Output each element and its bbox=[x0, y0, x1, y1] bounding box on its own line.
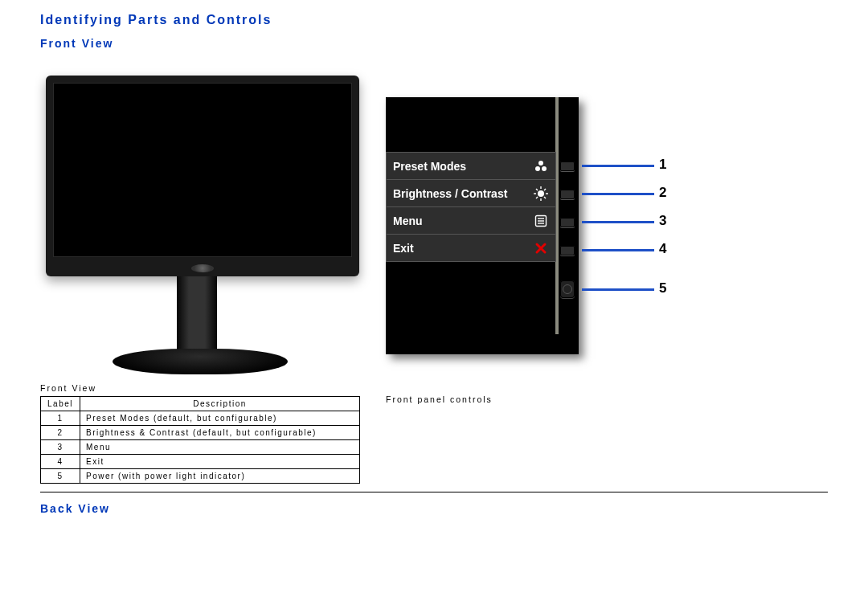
callout-number: 4 bbox=[659, 241, 666, 257]
svg-line-8 bbox=[536, 189, 538, 190]
svg-point-3 bbox=[538, 190, 544, 197]
figure-front-panel-controls: Preset Modes Brightness / Contrast Menu bbox=[386, 61, 690, 404]
preset-modes-icon bbox=[533, 158, 549, 174]
table-row: 1 Preset Modes (default, but configurabl… bbox=[41, 411, 360, 426]
svg-point-0 bbox=[538, 161, 543, 166]
osd-illustration: Preset Modes Brightness / Contrast Menu bbox=[386, 97, 690, 354]
panel-button-3 bbox=[560, 218, 575, 227]
table-cell-description: Power (with power light indicator) bbox=[80, 469, 360, 484]
osd-menu-box: Preset Modes Brightness / Contrast Menu bbox=[386, 152, 556, 262]
table-cell-description: Brightness & Contrast (default, but conf… bbox=[80, 426, 360, 440]
osd-row-label: Preset Modes bbox=[393, 160, 466, 173]
panel-button-1 bbox=[560, 161, 575, 171]
table-header-label: Label bbox=[41, 397, 80, 411]
svg-point-1 bbox=[535, 166, 540, 171]
table-cell-label: 2 bbox=[41, 426, 80, 440]
section-divider bbox=[40, 492, 828, 492]
callout-number: 2 bbox=[659, 185, 666, 201]
monitor-illustration bbox=[40, 61, 362, 378]
callout-number: 3 bbox=[659, 213, 666, 229]
svg-line-10 bbox=[536, 197, 538, 198]
table-cell-label: 3 bbox=[41, 440, 80, 455]
svg-point-2 bbox=[542, 166, 547, 171]
controls-table: Label Description 1 Preset Modes (defaul… bbox=[40, 396, 360, 484]
table-cell-label: 4 bbox=[41, 455, 80, 469]
osd-row-preset-modes: Preset Modes bbox=[387, 153, 555, 180]
svg-line-11 bbox=[544, 189, 546, 190]
callout-line bbox=[582, 249, 654, 251]
monitor-neck bbox=[177, 276, 217, 357]
section-heading-back-view: Back View bbox=[40, 502, 828, 515]
table-header-description: Description bbox=[80, 397, 360, 411]
monitor-body bbox=[46, 76, 359, 276]
figure-row: Front View Label Description 1 Preset Mo… bbox=[40, 61, 828, 484]
panel-button-4 bbox=[560, 246, 575, 255]
callout-line bbox=[582, 165, 654, 167]
osd-row-label: Brightness / Contrast bbox=[393, 187, 507, 200]
panel-button-2 bbox=[560, 190, 575, 199]
brightness-contrast-icon bbox=[533, 186, 549, 202]
osd-row-label: Exit bbox=[393, 242, 414, 255]
table-row: 2 Brightness & Contrast (default, but co… bbox=[41, 426, 360, 440]
monitor-screen bbox=[53, 83, 352, 257]
table-row: 4 Exit bbox=[41, 455, 360, 469]
table-row: 5 Power (with power light indicator) bbox=[41, 469, 360, 484]
table-cell-description: Exit bbox=[80, 455, 360, 469]
table-cell-description: Menu bbox=[80, 440, 360, 455]
menu-icon bbox=[533, 213, 549, 229]
caption-front-view: Front View bbox=[40, 383, 96, 393]
exit-icon bbox=[533, 240, 549, 256]
osd-row-menu: Menu bbox=[387, 207, 555, 235]
callout-line bbox=[582, 221, 654, 223]
osd-panel: Preset Modes Brightness / Contrast Menu bbox=[386, 97, 579, 354]
callout-number: 5 bbox=[659, 280, 666, 296]
osd-row-brightness-contrast: Brightness / Contrast bbox=[387, 180, 555, 207]
caption-front-panel-controls: Front panel controls bbox=[386, 394, 493, 404]
table-cell-description: Preset Modes (default, but configurable) bbox=[80, 411, 360, 426]
panel-power-button bbox=[560, 280, 575, 298]
callout-line bbox=[582, 288, 654, 291]
monitor-base bbox=[113, 349, 288, 374]
page-title: Identifying Parts and Controls bbox=[40, 13, 828, 27]
table-row: 3 Menu bbox=[41, 440, 360, 455]
osd-row-exit: Exit bbox=[387, 235, 555, 261]
dell-logo-icon bbox=[191, 264, 214, 272]
osd-row-label: Menu bbox=[393, 215, 423, 227]
table-cell-label: 1 bbox=[41, 411, 80, 426]
figure-front-view: Front View Label Description 1 Preset Mo… bbox=[40, 61, 362, 484]
svg-line-9 bbox=[544, 197, 546, 198]
table-cell-label: 5 bbox=[41, 469, 80, 484]
callout-line bbox=[582, 193, 654, 195]
callout-number: 1 bbox=[659, 157, 666, 173]
section-heading-front-view: Front View bbox=[40, 37, 828, 50]
